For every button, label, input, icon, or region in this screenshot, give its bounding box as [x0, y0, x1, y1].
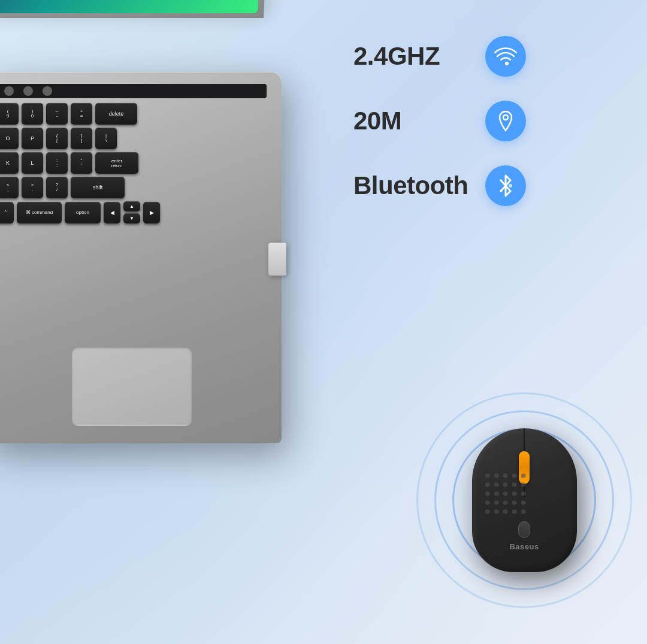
- key-down[interactable]: ▼: [123, 213, 140, 223]
- dot-20: [521, 500, 526, 505]
- dot-11: [485, 491, 490, 496]
- dot-8: [503, 482, 508, 487]
- feature-range-label: 20M: [353, 107, 473, 135]
- key-lt[interactable]: < ,: [0, 177, 19, 198]
- key-option[interactable]: option: [65, 202, 101, 223]
- dot-17: [494, 500, 499, 505]
- touch-bar: [0, 84, 267, 98]
- key-ctrl[interactable]: ⌃: [0, 202, 14, 223]
- key-shift[interactable]: shift: [71, 177, 125, 198]
- key-right[interactable]: ▶: [143, 202, 160, 223]
- feature-range-icon-circle: [485, 101, 526, 141]
- dot-4: [512, 473, 517, 478]
- usb-dongle: [268, 243, 286, 276]
- key-left[interactable]: ◀: [104, 202, 120, 223]
- keyboard: ( 9 ) 0 – - +: [0, 103, 267, 223]
- right-section: 2.4GHZ 20M: [318, 0, 647, 644]
- feature-bluetooth: Bluetooth: [353, 165, 617, 206]
- features-list: 2.4GHZ 20M: [353, 36, 617, 206]
- key-k[interactable]: K: [0, 152, 19, 174]
- laptop-wrapper:  ☀ 🔊 iMessage 🎙: [0, 0, 329, 644]
- dot-10: [521, 482, 526, 487]
- dot-21: [485, 509, 490, 514]
- feature-wifi-label: 2.4GHZ: [353, 42, 473, 71]
- dot-2: [494, 473, 499, 478]
- screen-content:  ☀ 🔊 iMessage 🎙: [0, 0, 265, 13]
- mouse-body: Baseus: [472, 428, 577, 572]
- dot-23: [503, 509, 508, 514]
- feature-range: 20M: [353, 101, 617, 141]
- dot-25: [521, 509, 526, 514]
- dot-18: [503, 500, 508, 505]
- location-icon: [496, 110, 515, 132]
- feature-wifi-icon-circle: [485, 36, 526, 77]
- key-pipe[interactable]: | \: [95, 128, 117, 149]
- key-question[interactable]: ? /: [46, 177, 68, 198]
- dot-1: [485, 473, 490, 478]
- svg-point-3: [500, 190, 502, 192]
- key-enter[interactable]: enter return: [95, 152, 138, 174]
- mouse-section: Baseus: [413, 374, 635, 626]
- key-p[interactable]: P: [22, 128, 43, 149]
- key-9-paren[interactable]: ( 9: [0, 103, 19, 125]
- dot-9: [512, 482, 517, 487]
- main-scene:  ☀ 🔊 iMessage 🎙: [0, 0, 647, 644]
- key-row-1: ( 9 ) 0 – - +: [0, 103, 267, 125]
- trackpad[interactable]: [72, 347, 192, 425]
- key-row-3: K L : ; " ': [0, 152, 267, 174]
- key-quote[interactable]: " ': [71, 152, 92, 174]
- dot-24: [512, 509, 517, 514]
- key-l[interactable]: L: [22, 152, 43, 174]
- dot-5: [521, 473, 526, 478]
- key-o[interactable]: O: [0, 128, 19, 149]
- laptop-section:  ☀ 🔊 iMessage 🎙: [0, 0, 318, 644]
- bluetooth-icon: [496, 174, 515, 197]
- wifi-icon: [494, 47, 517, 66]
- feature-bluetooth-icon-circle: [485, 165, 526, 206]
- tb-icon-2: [23, 86, 33, 96]
- laptop-screen-bezel:  ☀ 🔊 iMessage 🎙: [0, 0, 271, 18]
- dot-14: [512, 491, 517, 496]
- key-semicolon[interactable]: : ;: [46, 152, 68, 174]
- dot-19: [512, 500, 517, 505]
- tb-icon-1: [4, 86, 14, 96]
- key-row-4: < , > . ? / sh: [0, 177, 267, 198]
- dot-6: [485, 482, 490, 487]
- svg-point-2: [500, 179, 502, 182]
- key-row-2: O P { [ } ]: [0, 128, 267, 149]
- mouse-brand-logo: Baseus: [509, 542, 539, 551]
- dot-3: [503, 473, 508, 478]
- key-option-label: option: [76, 210, 89, 215]
- dot-12: [494, 491, 499, 496]
- tb-icon-3: [43, 86, 52, 96]
- dot-22: [494, 509, 499, 514]
- key-bracket-close[interactable]: } ]: [71, 128, 92, 149]
- mouse-side-button[interactable]: [518, 521, 530, 538]
- key-minus[interactable]: – -: [46, 103, 68, 125]
- dot-7: [494, 482, 499, 487]
- laptop-screen:  ☀ 🔊 iMessage 🎙: [0, 0, 265, 13]
- feature-wifi: 2.4GHZ: [353, 36, 617, 77]
- laptop-body: ( 9 ) 0 – - +: [0, 72, 282, 443]
- key-plus[interactable]: + =: [71, 103, 92, 125]
- svg-point-1: [509, 184, 512, 188]
- dot-13: [503, 491, 508, 496]
- mouse-dot-grid: [485, 473, 527, 515]
- feature-bluetooth-label: Bluetooth: [353, 171, 473, 200]
- key-row-5: ⌃ ⌘ command option ◀: [0, 201, 267, 223]
- ripple-container: Baseus: [416, 392, 632, 608]
- key-command[interactable]: ⌘ command: [17, 202, 62, 223]
- svg-point-0: [503, 115, 508, 120]
- key-0-paren[interactable]: ) 0: [22, 103, 43, 125]
- dot-16: [485, 500, 490, 505]
- dot-15: [521, 491, 526, 496]
- key-bracket-open[interactable]: { [: [46, 128, 68, 149]
- key-delete[interactable]: delete: [95, 103, 137, 125]
- key-up[interactable]: ▲: [123, 201, 140, 211]
- key-gt[interactable]: > .: [22, 177, 43, 198]
